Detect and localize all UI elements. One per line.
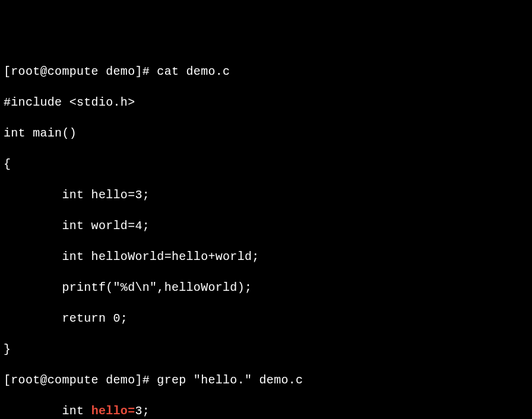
output-line: int main() — [4, 126, 528, 141]
output-line: } — [4, 342, 528, 357]
prompt: [root@compute demo]# — [4, 373, 157, 387]
prompt: [root@compute demo]# — [4, 65, 157, 78]
output-line: int helloWorld=hello+world; — [4, 249, 528, 265]
output-line: int world=4; — [4, 218, 528, 234]
grep-output-line: int hello=3; — [4, 404, 528, 419]
output-line: printf("%d\n",helloWorld); — [4, 280, 528, 296]
output-line: return 0; — [4, 311, 528, 326]
grep-match: hello= — [91, 404, 135, 418]
command-text: grep "hello." demo.c — [157, 373, 303, 387]
output-line: { — [4, 157, 528, 172]
terminal-line[interactable]: [root@compute demo]# grep "hello." demo.… — [4, 373, 528, 388]
command-text: cat demo.c — [157, 65, 230, 78]
output-line: int hello=3; — [4, 188, 528, 203]
output-line: #include <stdio.h> — [4, 95, 528, 110]
terminal-line[interactable]: [root@compute demo]# cat demo.c — [4, 64, 528, 80]
